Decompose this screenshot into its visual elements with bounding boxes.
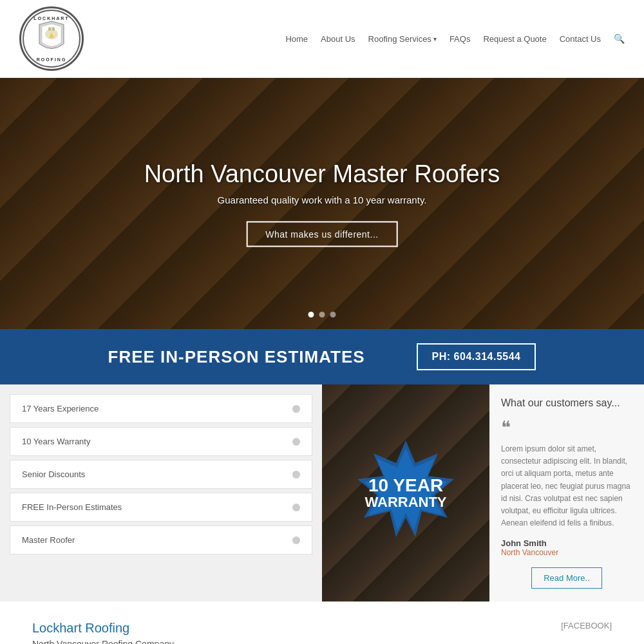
svg-point-4 — [48, 27, 51, 31]
read-more-button[interactable]: Read More.. — [531, 567, 602, 589]
features-list: 17 Years Experience 10 Years Warranty Se… — [0, 384, 322, 601]
company-name: Lockhart Roofing — [32, 621, 535, 636]
feature-item-4[interactable]: FREE In-Person Estimates — [10, 493, 312, 522]
hero-content: North Vancouver Master Roofers Guarantee… — [144, 160, 500, 247]
feature-dot-5 — [292, 536, 300, 544]
feature-dot-1 — [292, 405, 300, 413]
feature-dot-4 — [292, 504, 300, 511]
company-info: Lockhart Roofing North Vancouver Roofing… — [32, 621, 535, 644]
feature-dot-2 — [292, 438, 300, 446]
dot-1[interactable] — [308, 312, 314, 317]
feature-label-2: 10 Years Warranty — [22, 437, 90, 446]
warranty-image: 10 YEAR WARRANTY — [322, 384, 489, 601]
search-icon[interactable]: 🔍 — [614, 33, 625, 44]
hero-title: North Vancouver Master Roofers — [144, 160, 500, 188]
testimonial-heading: What our customers say... — [501, 397, 632, 409]
svg-text:ROOFING: ROOFING — [37, 57, 67, 62]
testimonial-location: North Vancouver — [501, 548, 632, 557]
estimates-banner: FREE IN-PERSON ESTIMATES PH: 604.314.554… — [0, 329, 644, 384]
nav-contact[interactable]: Contact Us — [560, 34, 601, 44]
nav-faqs[interactable]: FAQs — [450, 34, 471, 44]
nav-services[interactable]: Roofing Services ▾ — [368, 34, 437, 44]
nav-home[interactable]: Home — [285, 34, 308, 44]
feature-item-5[interactable]: Master Roofer — [10, 526, 312, 554]
dot-2[interactable] — [319, 312, 325, 317]
company-tagline: North Vancouver Roofing Company — [32, 639, 535, 644]
testimonial-text: Lorem ipsum dolor sit amet, consectetur … — [501, 443, 632, 529]
feature-dot-3 — [292, 471, 300, 478]
facebook-area[interactable]: [FACEBOOK] — [561, 621, 612, 644]
dot-3[interactable] — [330, 312, 336, 317]
feature-item-1[interactable]: 17 Years Experience — [10, 394, 312, 423]
main-nav: Home About Us Roofing Services ▾ FAQs Re… — [285, 33, 625, 44]
feature-item-2[interactable]: 10 Years Warranty — [10, 427, 312, 456]
chevron-down-icon: ▾ — [433, 35, 437, 43]
nav-about[interactable]: About Us — [321, 34, 355, 44]
testimonial-name: John Smith — [501, 538, 632, 548]
feature-label-4: FREE In-Person Estimates — [22, 502, 122, 512]
features-section: 17 Years Experience 10 Years Warranty Se… — [0, 384, 644, 601]
testimonial-section: What our customers say... ❝ Lorem ipsum … — [489, 384, 644, 601]
svg-text:LOCKHART: LOCKHART — [33, 16, 69, 21]
hero-section: North Vancouver Master Roofers Guarantee… — [0, 78, 644, 329]
hero-dots — [308, 312, 336, 317]
feature-label-1: 17 Years Experience — [22, 404, 99, 413]
hero-cta-button[interactable]: What makes us different... — [246, 222, 397, 247]
warranty-year: 10 YEAR — [364, 477, 448, 495]
header: LOCKHART ROOFING Home About Us Roofing S… — [0, 0, 644, 78]
feature-item-3[interactable]: Senior Discounts — [10, 460, 312, 489]
logo[interactable]: LOCKHART ROOFING — [19, 6, 103, 71]
feature-label-5: Master Roofer — [22, 535, 75, 545]
footer-info: Lockhart Roofing North Vancouver Roofing… — [0, 601, 644, 644]
nav-quote[interactable]: Request a Quote — [483, 34, 546, 44]
warranty-label-text: WARRANTY — [364, 495, 448, 510]
quote-icon: ❝ — [501, 417, 632, 438]
facebook-label: [FACEBOOK] — [561, 621, 612, 630]
svg-point-5 — [52, 27, 55, 31]
hero-subtitle: Guaranteed quality work with a 10 year w… — [144, 194, 500, 205]
banner-title: FREE IN-PERSON ESTIMATES — [108, 347, 365, 367]
warranty-badge: 10 YEAR WARRANTY — [348, 434, 464, 553]
feature-label-3: Senior Discounts — [22, 469, 85, 479]
phone-button[interactable]: PH: 604.314.5544 — [417, 343, 536, 370]
